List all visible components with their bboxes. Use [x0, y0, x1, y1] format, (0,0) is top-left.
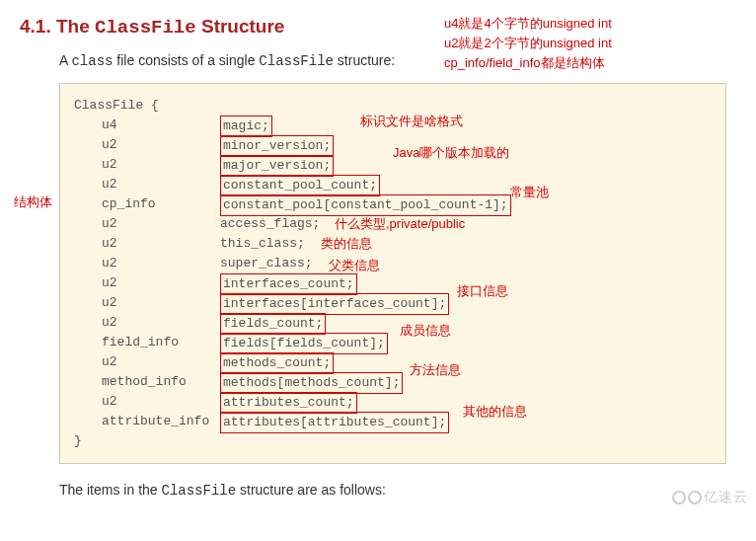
code-annotation: 父类信息: [329, 256, 380, 275]
code-row: u2methods_count;: [74, 352, 712, 372]
code-type: u2: [102, 254, 220, 273]
code-annotation: 其他的信息: [463, 402, 527, 422]
code-type: method_info: [102, 372, 220, 392]
code-block: ClassFile { u4magic;标识文件是啥格式u2minor_vers…: [59, 83, 726, 464]
heading-number: 4.1.: [20, 16, 51, 37]
code-type: u4: [102, 116, 220, 135]
code-field: constant_pool_count;: [220, 175, 380, 196]
code-field: attributes[attributes_count];: [220, 412, 449, 433]
code-field: interfaces[interfaces_count];: [220, 293, 449, 315]
code-type: u2: [102, 234, 220, 254]
code-type: attribute_info: [102, 412, 220, 431]
code-row: u4magic;标识文件是啥格式: [74, 116, 712, 135]
intro-text: A class file consists of a single ClassF…: [59, 52, 736, 69]
code-field: fields_count;: [220, 313, 326, 335]
code-row: u2interfaces_count;: [74, 273, 712, 293]
code-type: cp_info: [102, 194, 220, 214]
code-row: u2interfaces[interfaces_count];接口信息: [74, 293, 712, 313]
code-annotation: 标识文件是啥格式: [360, 112, 463, 131]
code-annotation: 成员信息: [400, 321, 451, 341]
code-field: this_class;: [220, 234, 305, 254]
code-field: interfaces_count;: [220, 273, 357, 295]
code-field: methods_count;: [220, 352, 334, 374]
heading-classfile: ClassFile: [95, 17, 196, 39]
footer-text: The items in the ClassFile structure are…: [59, 482, 736, 499]
watermark: 亿速云: [672, 489, 748, 506]
code-type: u2: [102, 135, 220, 155]
code-row: u2fields_count;: [74, 313, 712, 333]
footer-c: structure are as follows:: [236, 482, 386, 498]
code-type: u2: [102, 214, 220, 234]
code-type: u2: [102, 352, 220, 372]
code-field: attributes_count;: [220, 392, 357, 414]
code-type: field_info: [102, 333, 220, 352]
code-row: u2constant_pool_count;: [74, 175, 712, 194]
code-type: u2: [102, 293, 220, 313]
code-row: u2major_version;Java哪个版本加载的: [74, 155, 712, 175]
code-field: constant_pool[constant_pool_count-1];: [220, 194, 511, 216]
code-annotation: 常量池: [510, 183, 549, 202]
intro-e: structure:: [334, 52, 395, 68]
intro-a: A: [59, 52, 71, 68]
code-field: access_flags;: [220, 214, 320, 234]
code-field: minor_version;: [220, 135, 334, 157]
code-annotation: Java哪个版本加载的: [393, 143, 509, 163]
heading-the: The: [56, 16, 90, 37]
code-field: magic;: [220, 116, 272, 137]
code-type: u2: [102, 273, 220, 293]
section-heading: 4.1. The ClassFile Structure: [20, 16, 736, 39]
top-anno-3: cp_info/field_info都是结构体: [444, 53, 612, 73]
code-annotation: 类的信息: [321, 234, 372, 254]
intro-b: class: [71, 53, 113, 69]
code-annotation: 什么类型,private/public: [335, 214, 465, 234]
code-type: u2: [102, 155, 220, 175]
code-annotation: 方法信息: [410, 360, 461, 380]
code-row: method_infomethods[methods_count];方法信息: [74, 372, 712, 392]
code-type: u2: [102, 313, 220, 333]
code-row: u2access_flags;什么类型,private/public: [74, 214, 712, 234]
left-annotation: 结构体: [14, 193, 52, 211]
watermark-circle-1: [672, 491, 686, 504]
top-anno-1: u4就是4个字节的unsigned int: [444, 14, 612, 34]
code-row: attribute_infoattributes[attributes_coun…: [74, 412, 712, 431]
code-row: cp_infoconstant_pool[constant_pool_count…: [74, 194, 712, 214]
code-annotation: 接口信息: [457, 281, 508, 301]
top-anno-2: u2就是2个字节的unsigned int: [444, 34, 612, 53]
code-field: methods[methods_count];: [220, 372, 403, 394]
code-type: u2: [102, 175, 220, 194]
code-field: major_version;: [220, 155, 334, 177]
code-close: }: [74, 431, 712, 451]
watermark-text: 亿速云: [704, 489, 748, 504]
code-row: field_infofields[fields_count];成员信息: [74, 333, 712, 352]
code-row: u2attributes_count;: [74, 392, 712, 412]
code-type: u2: [102, 392, 220, 412]
intro-c: file consists of a single: [113, 52, 259, 68]
code-row: u2super_class;父类信息: [74, 254, 712, 273]
code-field: fields[fields_count];: [220, 333, 388, 354]
top-annotations: u4就是4个字节的unsigned int u2就是2个字节的unsigned …: [444, 14, 612, 73]
watermark-circle-2: [688, 491, 702, 504]
heading-structure: Structure: [201, 16, 284, 37]
footer-a: The items in the: [59, 482, 162, 498]
code-field: super_class;: [220, 254, 313, 273]
intro-d: ClassFile: [259, 53, 334, 69]
footer-b: ClassFile: [162, 483, 237, 499]
code-row: u2this_class;类的信息: [74, 234, 712, 254]
